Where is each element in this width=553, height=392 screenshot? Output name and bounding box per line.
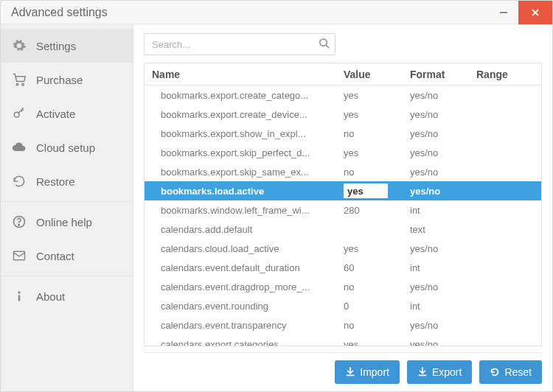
cell-format: yes/no xyxy=(403,315,469,335)
table-row[interactable]: bookmarks.export.create_catego...yesyes/… xyxy=(145,85,541,105)
col-value[interactable]: Value xyxy=(336,63,403,85)
cell-name: calendars.event.rounding xyxy=(145,296,336,315)
sidebar-item-settings[interactable]: Settings xyxy=(1,29,133,63)
svg-line-12 xyxy=(326,45,329,48)
cell-range xyxy=(469,181,541,200)
cell-format: yes/no xyxy=(403,277,469,296)
cell-range xyxy=(469,277,541,296)
col-name[interactable]: Name xyxy=(145,63,336,85)
cell-format: yes/no xyxy=(403,105,469,124)
table-row[interactable]: bookmarks.export.create_device...yesyes/… xyxy=(145,105,541,124)
table-body[interactable]: bookmarks.export.create_catego...yesyes/… xyxy=(145,85,541,346)
sidebar-item-label: About xyxy=(36,290,65,303)
table-row[interactable]: calendars.event.transparencynoyes/no xyxy=(145,315,541,335)
col-range[interactable]: Range xyxy=(469,63,541,85)
body: SettingsPurchaseActivateCloud setupResto… xyxy=(1,24,552,391)
cell-value: yes xyxy=(336,239,403,258)
table-row[interactable]: calendars.cloud.load_activeyesyes/no xyxy=(145,239,541,258)
table-row[interactable]: bookmarks.load.activeyes/no xyxy=(145,181,541,200)
sidebar-item-label: Restore xyxy=(36,175,75,188)
cell-name: calendars.event.dragdrop_more_... xyxy=(145,277,336,296)
minimize-button[interactable] xyxy=(489,1,518,24)
cell-format: int xyxy=(403,296,469,315)
cell-format: yes/no xyxy=(403,162,469,181)
cell-value: yes xyxy=(336,143,403,162)
table-row[interactable]: bookmarks.export.skip_same_ex...noyes/no xyxy=(145,162,541,181)
cell-name: bookmarks.export.skip_perfect_d... xyxy=(145,143,336,162)
svg-point-3 xyxy=(16,83,18,85)
cell-format: int xyxy=(403,258,469,277)
table-row[interactable]: calendars.export.categoriesyesyes/no xyxy=(145,335,541,346)
cell-value xyxy=(336,220,403,239)
cell-range xyxy=(469,335,541,346)
titlebar: Advanced settings xyxy=(1,1,552,24)
sidebar-item-purchase[interactable]: Purchase xyxy=(1,63,133,97)
cell-range xyxy=(469,85,541,105)
cell-range xyxy=(469,220,541,239)
cell-format: yes/no xyxy=(403,143,469,162)
sidebar-separator xyxy=(1,276,133,276)
cell-name: calendars.cloud.load_active xyxy=(145,239,336,258)
close-icon xyxy=(531,8,540,17)
sidebar-item-label: Online help xyxy=(36,216,92,228)
close-button[interactable] xyxy=(518,1,552,24)
table-row[interactable]: bookmarks.export.show_in_expl...noyes/no xyxy=(145,124,541,143)
cell-value: 0 xyxy=(336,296,403,315)
settings-table: Name Value Format Range bookmarks.export… xyxy=(144,63,542,346)
sidebar-item-about[interactable]: About xyxy=(1,279,133,313)
cell-name: bookmarks.export.create_device... xyxy=(145,105,336,124)
minimize-icon xyxy=(499,8,508,17)
table-row[interactable]: calendars.event.dragdrop_more_...noyes/n… xyxy=(145,277,541,296)
table-row[interactable]: calendars.add.defaulttext xyxy=(145,220,541,239)
cell-value: yes xyxy=(336,105,403,124)
svg-point-9 xyxy=(18,291,20,293)
search-icon[interactable] xyxy=(319,38,330,51)
cell-value[interactable] xyxy=(336,181,403,200)
value-edit-input[interactable] xyxy=(344,183,388,198)
cell-range xyxy=(469,143,541,162)
cell-value: 280 xyxy=(336,200,403,220)
window-title: Advanced settings xyxy=(1,6,489,19)
col-format[interactable]: Format xyxy=(403,63,469,85)
sidebar-item-cloud[interactable]: Cloud setup xyxy=(1,130,133,164)
sidebar-item-label: Activate xyxy=(36,108,75,120)
table-row[interactable]: calendars.event.rounding0int xyxy=(145,296,541,315)
sidebar-item-activate[interactable]: Activate xyxy=(1,97,133,130)
table-row[interactable]: calendars.event.default_duration60int xyxy=(145,258,541,277)
cell-name: bookmarks.export.show_in_expl... xyxy=(145,124,336,143)
download-icon xyxy=(345,367,355,377)
cell-range xyxy=(469,200,541,220)
search-input[interactable] xyxy=(144,33,335,55)
cell-range xyxy=(469,258,541,277)
cell-range xyxy=(469,162,541,181)
svg-point-7 xyxy=(18,224,20,225)
cell-value: no xyxy=(336,124,403,143)
sidebar-item-restore[interactable]: Restore xyxy=(1,164,133,198)
sidebar-item-label: Contact xyxy=(36,250,74,262)
export-button[interactable]: Export xyxy=(407,360,472,384)
cell-format: yes/no xyxy=(403,239,469,258)
sidebar-item-help[interactable]: Online help xyxy=(1,205,133,239)
cart-icon xyxy=(11,71,27,88)
reset-button[interactable]: Reset xyxy=(479,360,542,384)
window: Advanced settings SettingsPurchaseActiva… xyxy=(0,0,553,392)
cell-format: yes/no xyxy=(403,124,469,143)
cell-range xyxy=(469,105,541,124)
undo-icon xyxy=(490,367,500,377)
cell-value: no xyxy=(336,277,403,296)
cell-name: bookmarks.export.skip_same_ex... xyxy=(145,162,336,181)
main-panel: Name Value Format Range bookmarks.export… xyxy=(133,24,552,391)
cell-value: no xyxy=(336,162,403,181)
cell-range xyxy=(469,239,541,258)
svg-point-4 xyxy=(22,83,24,85)
search-wrap xyxy=(144,33,335,55)
sidebar-item-contact[interactable]: Contact xyxy=(1,239,133,273)
cloud-icon xyxy=(11,139,27,155)
cell-name: calendars.add.default xyxy=(145,220,336,239)
table-row[interactable]: bookmarks.export.skip_perfect_d...yesyes… xyxy=(145,143,541,162)
table-row[interactable]: bookmarks.window.left_frame_wi...280int xyxy=(145,200,541,220)
import-button[interactable]: Import xyxy=(335,360,400,384)
import-label: Import xyxy=(360,366,389,378)
sidebar-item-label: Cloud setup xyxy=(36,141,95,154)
info-icon xyxy=(11,288,27,304)
